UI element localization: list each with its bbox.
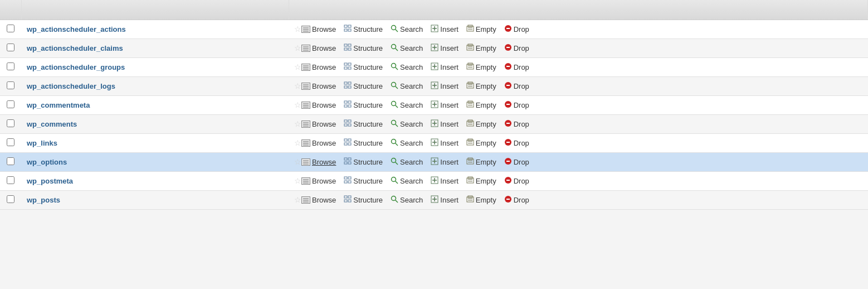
table-name[interactable]: wp_links [21,134,289,153]
search-action[interactable]: Search [391,138,423,148]
star-icon[interactable]: ☆ [294,195,301,204]
row-checkbox[interactable] [7,100,14,108]
row-checkbox[interactable] [7,176,14,184]
insert-label: Insert [440,139,459,147]
drop-action[interactable]: Drop [504,44,529,53]
drop-action[interactable]: Drop [504,138,529,148]
star-icon[interactable]: ☆ [294,176,301,185]
structure-action[interactable]: Structure [344,176,383,186]
table-name[interactable]: wp_options [21,153,289,172]
search-action[interactable]: Search [391,100,423,110]
insert-action[interactable]: Insert [431,195,459,205]
drop-action[interactable]: Drop [504,62,529,72]
structure-action[interactable]: Structure [344,138,383,148]
browse-label: Browse [312,63,336,71]
browse-action[interactable]: Browse [301,120,336,128]
structure-action[interactable]: Structure [344,157,383,167]
drop-action[interactable]: Drop [504,81,529,91]
structure-action[interactable]: Structure [344,119,383,129]
table-name[interactable]: wp_actionscheduler_claims [21,39,289,58]
insert-action[interactable]: Insert [431,62,459,72]
table-row: wp_actionscheduler_actions☆BrowseStructu… [0,20,868,39]
structure-action[interactable]: Structure [344,81,383,91]
star-icon[interactable]: ☆ [294,100,301,109]
table-name[interactable]: wp_actionscheduler_groups [21,58,289,77]
empty-action[interactable]: Empty [466,81,496,91]
row-checkbox[interactable] [7,157,14,165]
insert-action[interactable]: Insert [431,100,459,110]
browse-action[interactable]: Browse [301,101,336,109]
row-checkbox[interactable] [7,25,14,32]
row-checkbox[interactable] [7,44,14,51]
browse-action[interactable]: Browse [301,82,336,90]
insert-icon [431,176,438,186]
drop-icon [504,100,512,110]
table-name[interactable]: wp_actionscheduler_logs [21,77,289,96]
browse-action[interactable]: Browse [301,158,336,166]
insert-action[interactable]: Insert [431,157,459,167]
star-icon[interactable]: ☆ [294,44,301,52]
star-icon[interactable]: ☆ [294,157,301,166]
drop-action[interactable]: Drop [504,195,529,205]
search-action[interactable]: Search [391,176,423,186]
star-icon[interactable]: ☆ [294,25,301,33]
empty-action[interactable]: Empty [466,62,496,72]
drop-action[interactable]: Drop [504,176,529,186]
star-icon[interactable]: ☆ [294,138,301,147]
row-checkbox[interactable] [7,195,14,203]
structure-action[interactable]: Structure [344,100,383,110]
search-action[interactable]: Search [391,25,423,34]
table-name[interactable]: wp_commentmeta [21,96,289,115]
structure-action[interactable]: Structure [344,44,383,53]
search-action[interactable]: Search [391,62,423,72]
drop-action[interactable]: Drop [504,119,529,129]
browse-action[interactable]: Browse [301,44,336,52]
row-checkbox[interactable] [7,138,14,146]
browse-action[interactable]: Browse [301,63,336,71]
empty-action[interactable]: Empty [466,157,496,167]
empty-action[interactable]: Empty [466,44,496,53]
structure-action[interactable]: Structure [344,62,383,72]
empty-action[interactable]: Empty [466,176,496,186]
star-icon[interactable]: ☆ [294,119,301,128]
browse-action[interactable]: Browse [301,139,336,147]
insert-action[interactable]: Insert [431,44,459,53]
insert-action[interactable]: Insert [431,81,459,91]
search-action[interactable]: Search [391,157,423,167]
structure-action[interactable]: Structure [344,25,383,34]
insert-action[interactable]: Insert [431,119,459,129]
table-name[interactable]: wp_comments [21,115,289,134]
search-action[interactable]: Search [391,119,423,129]
row-checkbox-cell [0,58,21,77]
table-name[interactable]: wp_posts [21,191,289,210]
drop-action[interactable]: Drop [504,100,529,110]
svg-rect-147 [344,177,347,179]
insert-action[interactable]: Insert [431,25,459,34]
table-name[interactable]: wp_actionscheduler_actions [21,20,289,39]
row-checkbox[interactable] [7,62,14,70]
search-action[interactable]: Search [391,81,423,91]
star-icon[interactable]: ☆ [294,62,301,71]
browse-action[interactable]: Browse [301,177,336,185]
empty-action[interactable]: Empty [466,100,496,110]
svg-rect-93 [344,120,347,122]
search-action[interactable]: Search [391,195,423,205]
insert-action[interactable]: Insert [431,176,459,186]
drop-action[interactable]: Drop [504,25,529,34]
empty-action[interactable]: Empty [466,119,496,129]
structure-action[interactable]: Structure [344,195,383,205]
browse-action[interactable]: Browse [301,196,336,204]
row-checkbox[interactable] [7,81,14,89]
header-table-col[interactable] [21,0,289,20]
drop-action[interactable]: Drop [504,157,529,167]
empty-action[interactable]: Empty [466,138,496,148]
star-icon[interactable]: ☆ [294,81,301,90]
row-checkbox[interactable] [7,119,14,127]
empty-action[interactable]: Empty [466,25,496,34]
insert-action[interactable]: Insert [431,138,459,148]
browse-action[interactable]: Browse [301,25,336,33]
header-action-col [289,0,868,20]
empty-action[interactable]: Empty [466,195,496,205]
table-name[interactable]: wp_postmeta [21,172,289,191]
search-action[interactable]: Search [391,44,423,53]
